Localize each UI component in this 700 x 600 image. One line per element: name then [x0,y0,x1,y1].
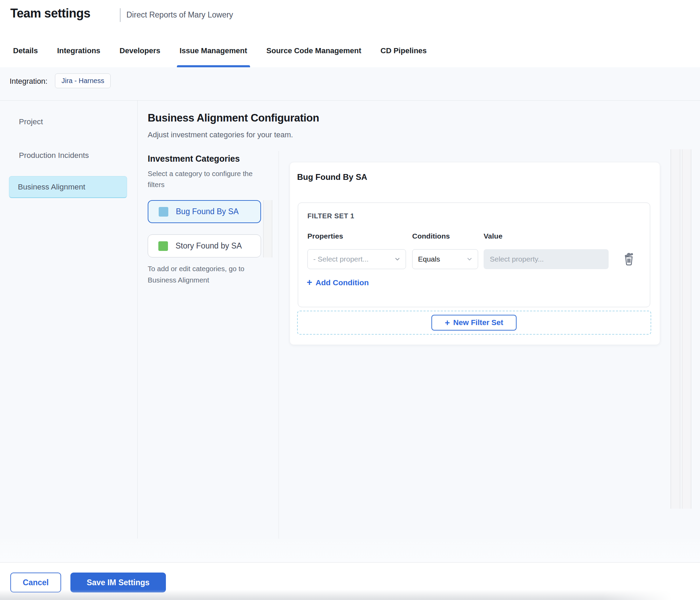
plus-icon: + [307,278,312,287]
category-list-scrollbar[interactable] [263,200,272,257]
tab-developers[interactable]: Developers [120,34,160,67]
trash-icon [622,252,636,267]
tab-bar: Details Integrations Developers Issue Ma… [0,34,700,67]
filter-set-title: FILTER SET 1 [307,212,354,220]
tab-cd-pipelines[interactable]: CD Pipelines [381,34,427,67]
new-filter-set-label: New Filter Set [453,318,503,327]
categories-panel-divider [279,151,279,539]
delete-condition-button[interactable] [621,251,637,268]
content-top-divider [0,100,700,101]
column-header-conditions: Conditions [412,232,450,240]
investment-categories-heading: Investment Categories [148,154,240,164]
add-condition-label: Add Condition [316,278,369,287]
value-input[interactable] [484,249,609,269]
integration-chip[interactable]: Jira - Harness [55,73,111,88]
conditions-select[interactable]: Equals [412,249,478,269]
tab-source-code-management[interactable]: Source Code Management [267,34,361,67]
title-separator [120,8,121,22]
filter-panel-title: Bug Found By SA [297,172,367,182]
tab-integrations[interactable]: Integrations [57,34,100,67]
category-label: Bug Found By SA [176,207,239,216]
category-bug-found-by-sa[interactable]: Bug Found By SA [148,200,261,223]
chevron-down-icon [466,256,473,263]
panel-scrollbar-track[interactable] [670,149,680,509]
tab-issue-management[interactable]: Issue Management [180,34,247,67]
category-color-swatch-green [158,241,168,251]
page-title: Team settings [10,6,90,21]
new-filter-set-button[interactable]: + New Filter Set [431,315,517,331]
plus-icon: + [445,319,450,327]
categories-footnote: To add or edit categories, go to Busines… [148,263,269,286]
properties-select[interactable]: - Select propert... [307,249,406,269]
page-scrollbar-track[interactable] [682,149,691,509]
tab-details[interactable]: Details [13,34,38,67]
sidebar-item-production-incidents[interactable]: Production Incidents [10,147,127,164]
column-header-properties: Properties [307,232,343,240]
integration-label: Integration: [10,77,47,86]
chevron-down-icon [394,256,401,263]
team-settings-page: Team settings Direct Reports of Mary Low… [0,0,700,600]
sidebar-item-project[interactable]: Project [10,113,127,130]
category-color-swatch-blue [159,207,168,217]
properties-select-placeholder: - Select propert... [313,255,369,263]
sidebar-divider [137,100,138,539]
section-subtitle: Adjust investment categories for your te… [148,130,293,139]
category-story-found-by-sa[interactable]: Story Found by SA [148,234,261,257]
content-bottom-band [0,539,700,562]
section-title: Business Alignment Configuration [148,112,319,124]
conditions-select-value: Equals [418,255,440,263]
page-subtitle: Direct Reports of Mary Lowery [126,10,233,20]
add-condition-button[interactable]: + Add Condition [307,278,369,287]
bottom-edge-shadow [0,590,700,600]
sidebar-item-business-alignment[interactable]: Business Alignment [9,176,127,198]
column-header-value: Value [484,232,503,240]
investment-categories-hint: Select a category to configure the filte… [148,168,269,190]
category-label: Story Found by SA [176,241,242,251]
